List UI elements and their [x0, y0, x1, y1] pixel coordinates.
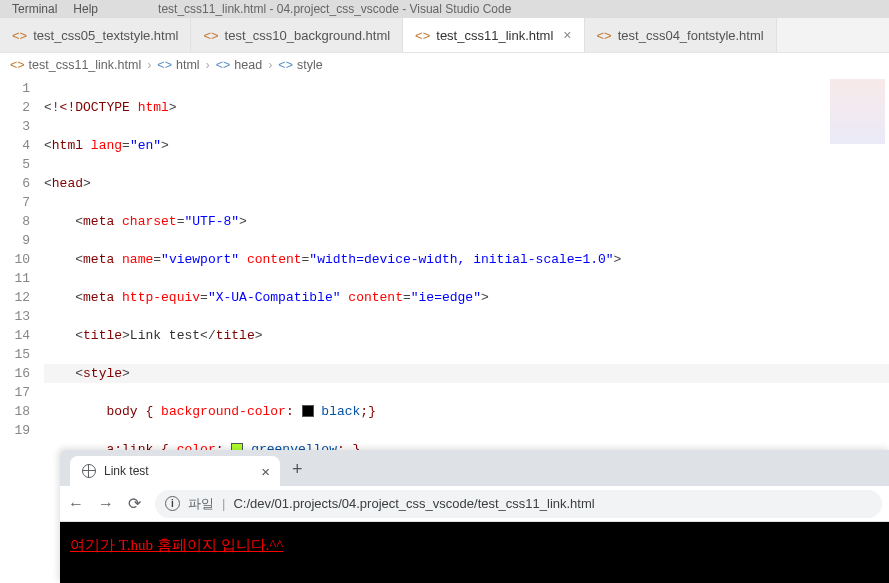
menu-help[interactable]: Help — [73, 2, 98, 16]
breadcrumb-seg: style — [297, 58, 323, 72]
tag-icon: <> — [278, 58, 293, 72]
editor[interactable]: 12345678910111213141516171819 <!<!DOCTYP… — [0, 77, 889, 447]
titlebar: Terminal Help test_css11_link.html - 04.… — [0, 0, 889, 18]
chevron-right-icon: › — [147, 58, 151, 72]
reload-icon[interactable]: ⟳ — [128, 494, 141, 513]
code-area[interactable]: <!<!DOCTYPE html> <html lang="en"> <head… — [44, 77, 889, 447]
address-bar[interactable]: i 파일 | C:/dev/01.projects/04.project_css… — [155, 490, 882, 518]
url-text: C:/dev/01.projects/04.project_css_vscode… — [233, 496, 594, 511]
html-file-icon: <> — [203, 28, 218, 43]
browser-tab-title: Link test — [104, 464, 149, 478]
html-file-icon: <> — [415, 28, 430, 43]
html-file-icon: <> — [10, 58, 25, 72]
editor-tabbar: <> test_css05_textstyle.html <> test_css… — [0, 18, 889, 53]
rendered-link[interactable]: 여기가 T.hub 홈페이지 입니다.^^ — [70, 537, 283, 553]
back-icon[interactable]: ← — [68, 495, 84, 513]
gutter: 12345678910111213141516171819 — [0, 77, 44, 447]
divider: | — [222, 496, 225, 511]
chevron-right-icon: › — [268, 58, 272, 72]
tab-fontstyle[interactable]: <> test_css04_fontstyle.html — [585, 18, 777, 52]
breadcrumb-seg: head — [234, 58, 262, 72]
browser-window: Link test × + ← → ⟳ i 파일 | C:/dev/01.pro… — [60, 450, 889, 583]
tab-textstyle[interactable]: <> test_css05_textstyle.html — [0, 18, 191, 52]
html-file-icon: <> — [597, 28, 612, 43]
minimap[interactable] — [830, 79, 885, 144]
browser-toolbar: ← → ⟳ i 파일 | C:/dev/01.projects/04.proje… — [60, 486, 889, 522]
tab-label: test_css10_background.html — [225, 28, 390, 43]
forward-icon[interactable]: → — [98, 495, 114, 513]
tab-link[interactable]: <> test_css11_link.html × — [403, 18, 584, 52]
globe-icon — [82, 464, 96, 478]
new-tab-button[interactable]: + — [292, 459, 303, 480]
info-icon[interactable]: i — [165, 496, 180, 511]
browser-tab[interactable]: Link test × — [70, 456, 280, 486]
tab-label: test_css05_textstyle.html — [33, 28, 178, 43]
file-protocol-label: 파일 — [188, 495, 214, 513]
breadcrumb-file: test_css11_link.html — [29, 58, 142, 72]
close-icon[interactable]: × — [261, 463, 270, 480]
html-file-icon: <> — [12, 28, 27, 43]
browser-tabbar: Link test × + — [60, 450, 889, 486]
tag-icon: <> — [216, 58, 231, 72]
tab-label: test_css04_fontstyle.html — [618, 28, 764, 43]
chevron-right-icon: › — [206, 58, 210, 72]
color-swatch-black — [302, 405, 314, 417]
tab-background[interactable]: <> test_css10_background.html — [191, 18, 403, 52]
browser-content: 여기가 T.hub 홈페이지 입니다.^^ — [60, 522, 889, 583]
tab-label: test_css11_link.html — [436, 28, 553, 43]
close-icon[interactable]: × — [563, 27, 571, 43]
menu-terminal[interactable]: Terminal — [12, 2, 57, 16]
breadcrumb[interactable]: <>test_css11_link.html › <>html › <>head… — [0, 53, 889, 77]
tag-icon: <> — [157, 58, 172, 72]
breadcrumb-seg: html — [176, 58, 200, 72]
window-title: test_css11_link.html - 04.project_css_vs… — [158, 2, 511, 16]
